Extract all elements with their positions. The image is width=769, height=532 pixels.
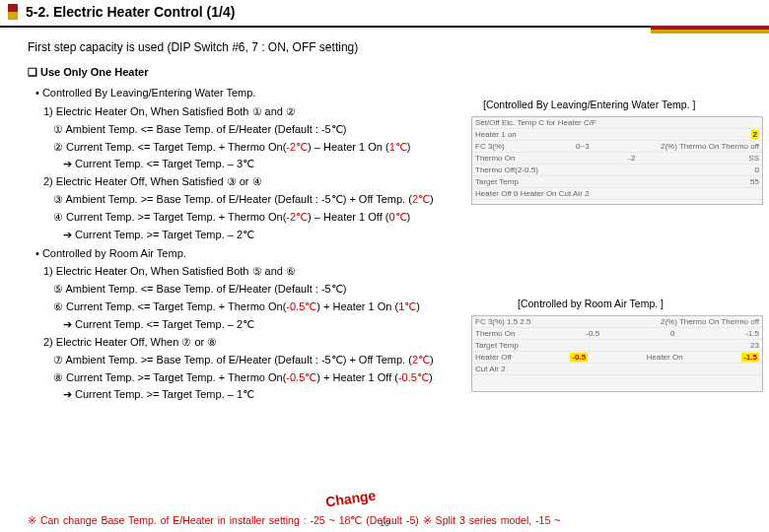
change-stamp: Change bbox=[324, 488, 377, 510]
text: ) bbox=[416, 300, 420, 312]
plot-water-temp: Set/Off Elc. Temp C for Heater C/F Heate… bbox=[471, 116, 763, 205]
plot-val: 2(%) Thermo On Thermo off bbox=[661, 317, 759, 326]
plot-row: Heater Off bbox=[475, 353, 512, 362]
plot-row: Thermo Off(2-0.5) bbox=[475, 166, 538, 174]
plot-val: SS bbox=[748, 154, 759, 163]
plot-row: Thermo On bbox=[475, 329, 515, 338]
value-red: 2℃ bbox=[412, 354, 430, 366]
value-red: -2℃ bbox=[286, 141, 308, 153]
text: ) – Heater 1 On ( bbox=[308, 141, 389, 153]
page-number: 10 bbox=[380, 518, 389, 528]
footnote-text: ※ Can change Base Temp. of E/Heater in i… bbox=[28, 514, 560, 526]
section-heading: ❏ Use Only One Heater bbox=[28, 65, 741, 80]
text: ) bbox=[430, 354, 434, 366]
plot-val: Heater On bbox=[647, 353, 683, 362]
groupA-cond4: ④ Current Temp. >= Target Temp. + Thermo… bbox=[53, 210, 741, 225]
plot-row: FC 3(%) 1.5 2.5 bbox=[475, 317, 530, 326]
text: ) + Heater 1 Off ( bbox=[316, 371, 398, 383]
text: ) bbox=[429, 371, 433, 383]
plot-row: Target Temp bbox=[475, 177, 519, 186]
plot-val: 0~3 bbox=[576, 142, 590, 151]
groupB-caption: [Controlled by Room Air Temp. ] bbox=[518, 298, 664, 309]
text: ) bbox=[430, 193, 434, 205]
value-red: -2℃ bbox=[286, 211, 308, 223]
plot-val: -0.5 bbox=[586, 329, 599, 338]
corner-decoration bbox=[651, 26, 769, 33]
value-red: -0.5℃ bbox=[286, 371, 316, 383]
groupA-caption: [Controlled By Leaving/Entering Water Te… bbox=[483, 99, 695, 110]
plot-row: Heater Off 0 Heater On Cut Air 2 bbox=[475, 189, 589, 198]
value-red: 1℃ bbox=[389, 141, 407, 153]
value-red: 2℃ bbox=[412, 193, 430, 205]
text: ) + Heater 1 On ( bbox=[316, 300, 398, 312]
text: ⑥ Current Temp. <= Target Temp. + Thermo… bbox=[53, 300, 286, 312]
groupB-heading: • Controlled by Room Air Temp. bbox=[35, 246, 741, 261]
text: ③ Ambient Temp. >= Base Temp. of E/Heate… bbox=[53, 193, 412, 205]
footnote: ※ Can change Base Temp. of E/Heater in i… bbox=[28, 514, 759, 526]
text: ) bbox=[407, 211, 411, 223]
plot-val: -1.5 bbox=[745, 329, 759, 338]
groupB-on-line: 1) Electric Heater On, When Satisfied Bo… bbox=[43, 264, 741, 279]
plot-highlight: 2 bbox=[751, 130, 759, 139]
text: ④ Current Temp. >= Target Temp. + Thermo… bbox=[53, 211, 286, 223]
plot-room-temp: FC 3(%) 1.5 2.52(%) Thermo On Thermo off… bbox=[471, 315, 763, 392]
text: ⑦ Ambient Temp. >= Base Temp. of E/Heate… bbox=[53, 354, 412, 366]
intro-text: First step capacity is used (DIP Switch … bbox=[28, 39, 741, 55]
plot-val: 0 bbox=[670, 329, 674, 338]
plot-highlight: -1.5 bbox=[741, 353, 759, 362]
value-red: -0.5℃ bbox=[398, 371, 429, 383]
groupA-arrow-off: ➔ Current Temp. >= Target Temp. – 2℃ bbox=[63, 228, 741, 242]
plot-val: 0 bbox=[755, 166, 759, 174]
plot-row: Cut Air 2 bbox=[475, 365, 506, 373]
plot-row: Set/Off Elc. Temp C for Heater C/F bbox=[475, 118, 596, 127]
value-red: -0.5℃ bbox=[286, 300, 316, 312]
text: ⑧ Current Temp. >= Target Temp. + Thermo… bbox=[53, 371, 286, 383]
text: ② Current Temp. <= Target Temp. + Thermo… bbox=[53, 141, 286, 153]
value-red: 1℃ bbox=[398, 300, 416, 312]
page-title: 5-2. Electric Heater Control (1/4) bbox=[26, 4, 235, 20]
plot-row: Thermo On bbox=[475, 154, 515, 163]
groupB-cond5: ⑤ Ambient Temp. <= Base Temp. of E/Heate… bbox=[53, 282, 741, 297]
plot-val: 2(%) Thermo On Thermo off bbox=[661, 142, 759, 151]
plot-val: -2 bbox=[628, 154, 635, 163]
value-red: 0℃ bbox=[388, 211, 406, 223]
plot-highlight: -0.5 bbox=[570, 353, 588, 362]
text: ) – Heater 1 Off ( bbox=[308, 211, 388, 223]
plot-row: FC 3(%) bbox=[475, 142, 505, 151]
text: ) bbox=[407, 141, 411, 153]
plot-row: Heater 1 on bbox=[475, 130, 517, 139]
plot-val: 23 bbox=[750, 341, 759, 350]
title-icon bbox=[8, 4, 18, 20]
plot-val: 55 bbox=[750, 177, 759, 186]
plot-row: Target Temp bbox=[475, 341, 519, 350]
